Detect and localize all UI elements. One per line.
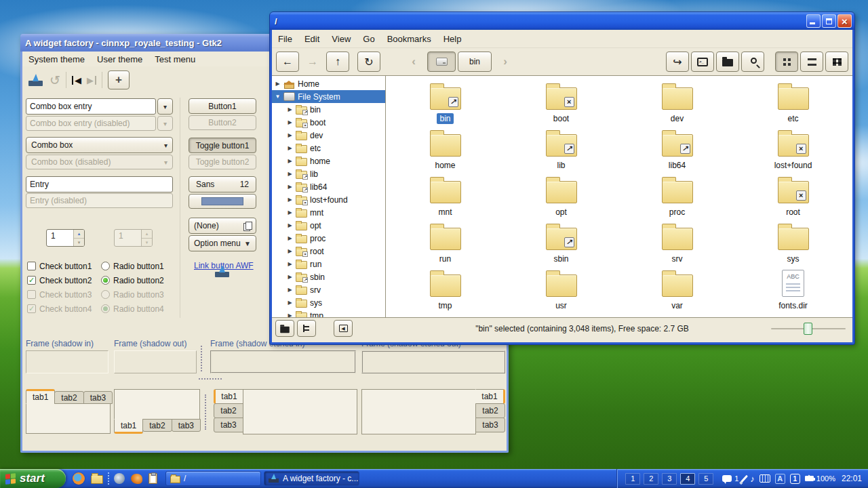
expander-icon[interactable] xyxy=(287,287,293,293)
tree-item[interactable]: lib xyxy=(272,167,385,180)
hide-sidepane-button[interactable]: ◀ xyxy=(334,320,353,337)
tree-item[interactable]: opt xyxy=(272,219,385,232)
window-list-tray-icon[interactable]: 1 xyxy=(790,474,800,484)
check-button[interactable]: Check button3 xyxy=(27,287,92,302)
file-item[interactable]: home xyxy=(387,129,503,176)
fm-menu-item[interactable]: View xyxy=(326,30,357,47)
tree-item[interactable]: srv xyxy=(272,283,385,296)
radio-icon[interactable] xyxy=(101,276,110,285)
checkbox-icon[interactable]: ✓ xyxy=(27,304,36,313)
tree-item[interactable]: bin xyxy=(272,103,385,116)
paned-handle[interactable] xyxy=(205,394,206,430)
tab[interactable]: tab2 xyxy=(54,391,83,404)
new-folder-button[interactable] xyxy=(716,52,739,72)
file-item[interactable]: lost+found xyxy=(735,129,851,176)
add-button[interactable]: + xyxy=(108,70,130,89)
expander-icon[interactable] xyxy=(287,300,293,306)
tree-item[interactable]: lib64 xyxy=(272,180,385,193)
combo-box[interactable]: Combo box▾ xyxy=(26,137,173,153)
check-button[interactable]: ✓ Check button4 xyxy=(27,302,92,316)
tab[interactable]: tab3 xyxy=(83,391,113,404)
tree-item[interactable]: proc xyxy=(272,232,385,245)
expander-icon[interactable] xyxy=(287,106,293,113)
fm-menu-item[interactable]: Help xyxy=(437,30,468,47)
font-button[interactable]: Sans 12 xyxy=(189,176,256,192)
tree-item[interactable]: File System xyxy=(272,90,385,103)
workspace-button[interactable]: 2 xyxy=(644,473,658,485)
expander-icon[interactable] xyxy=(287,261,293,267)
expander-icon[interactable] xyxy=(287,222,293,228)
fm-menu-item[interactable]: Bookmarks xyxy=(381,30,437,47)
expander-icon[interactable] xyxy=(287,197,293,203)
tree-item[interactable]: tmp xyxy=(272,309,385,317)
show-tree-button[interactable] xyxy=(297,320,316,337)
workspace-button[interactable]: 1 xyxy=(625,473,640,485)
entry-field[interactable]: Entry xyxy=(26,176,173,192)
radio-button[interactable]: Radio button2 xyxy=(101,273,164,287)
file-item[interactable]: usr xyxy=(503,270,619,317)
tree-item[interactable]: sys xyxy=(272,296,385,309)
fm-menu-item[interactable]: Go xyxy=(357,30,380,47)
tab[interactable]: tab1 xyxy=(214,389,243,404)
show-places-button[interactable] xyxy=(275,320,294,337)
radio-icon[interactable] xyxy=(101,262,110,270)
toggle-button1[interactable]: Toggle button1 xyxy=(189,138,256,153)
paintbrush-tray-icon[interactable] xyxy=(741,474,748,483)
tree-item[interactable]: run xyxy=(272,258,385,270)
tree-item[interactable]: lost+found xyxy=(272,193,385,206)
expander-icon[interactable] xyxy=(287,312,293,317)
file-item[interactable]: boot xyxy=(503,83,619,129)
tab[interactable]: tab1 xyxy=(114,419,143,434)
file-item[interactable]: bin xyxy=(387,83,503,129)
tree-item[interactable]: etc xyxy=(272,142,385,155)
taskbar-task-file-manager[interactable]: / xyxy=(165,471,261,486)
radio-icon[interactable] xyxy=(101,290,110,299)
paned-handle[interactable] xyxy=(201,346,202,371)
expander-icon[interactable] xyxy=(287,132,293,138)
fm-icon-view[interactable]: bin boot dev xyxy=(386,76,852,317)
file-item[interactable]: sbin xyxy=(503,223,619,270)
workspace-button[interactable]: 4 xyxy=(680,473,695,485)
tree-item[interactable]: mnt xyxy=(272,206,385,219)
expander-icon[interactable] xyxy=(287,248,293,254)
spin-arrows[interactable]: ▴▾ xyxy=(73,230,84,246)
list-view-button[interactable] xyxy=(800,52,823,72)
keyboard-tray-icon[interactable] xyxy=(760,474,770,483)
tab[interactable]: tab2 xyxy=(214,403,243,418)
expander-icon[interactable] xyxy=(287,119,293,125)
file-item[interactable]: lib64 xyxy=(619,129,735,176)
file-item[interactable]: mnt xyxy=(387,176,503,223)
fm-titlebar[interactable]: / × xyxy=(270,12,854,30)
expander-icon[interactable] xyxy=(287,145,293,151)
maximize-button[interactable] xyxy=(822,14,836,28)
file-item[interactable]: dev xyxy=(619,83,735,129)
checkbox-icon[interactable] xyxy=(27,290,36,299)
file-item[interactable]: proc xyxy=(619,176,735,223)
file-item[interactable]: opt xyxy=(503,176,619,223)
tab[interactable]: tab1 xyxy=(475,389,505,404)
radio-icon[interactable] xyxy=(101,304,110,313)
workspace-button[interactable]: 3 xyxy=(662,473,677,485)
refresh-button[interactable]: ↻ xyxy=(357,52,380,72)
chat-tray-icon[interactable] xyxy=(722,475,732,482)
tree-item[interactable]: Home xyxy=(272,77,385,90)
tab[interactable]: tab3 xyxy=(475,418,505,432)
jump-to-location-button[interactable]: ↪ xyxy=(666,52,689,72)
file-item[interactable]: lib xyxy=(503,129,619,176)
tree-item[interactable]: sbin xyxy=(272,270,385,283)
clock[interactable]: 22:01 xyxy=(842,474,862,483)
checkbox-icon[interactable] xyxy=(27,262,36,270)
expander-icon[interactable] xyxy=(287,171,293,177)
expander-icon[interactable] xyxy=(287,184,293,190)
spin-button[interactable]: 1 ▴▾ xyxy=(46,229,85,247)
awf-menu-item[interactable]: Test menu xyxy=(149,52,201,66)
option-menu[interactable]: Option menu ▼ xyxy=(189,235,256,251)
zoom-slider[interactable] xyxy=(771,322,846,336)
expander-icon[interactable] xyxy=(287,274,293,280)
awf-menu-item[interactable]: System theme xyxy=(22,52,91,66)
checkbox-icon[interactable]: ✓ xyxy=(27,276,36,285)
app-launcher-icon[interactable] xyxy=(131,474,142,484)
back-button[interactable]: ← xyxy=(276,52,299,72)
button1[interactable]: Button1 xyxy=(189,98,256,114)
fm-menu-item[interactable]: File xyxy=(272,30,298,47)
